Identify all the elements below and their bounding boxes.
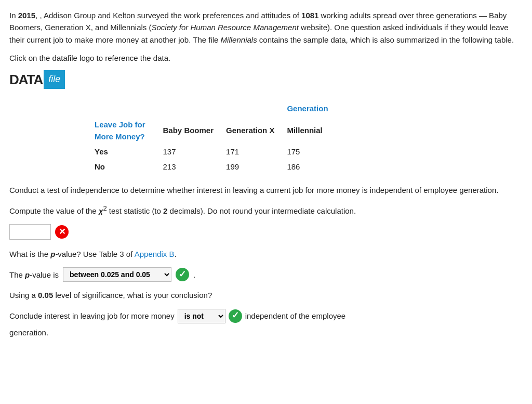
chi-sup: 2 [103, 204, 107, 212]
appendix-b-link[interactable]: Appendix B [135, 250, 175, 258]
chi-answer-input[interactable] [9, 224, 51, 240]
cell-no-baby-boomer: 213 [161, 159, 224, 174]
row-label-yes: Yes [92, 144, 161, 159]
col-header-millennial: Millennial [285, 117, 332, 145]
pvalue-question: What is the p-value? Use Table 3 of Appe… [9, 248, 518, 260]
col-header-generation-x: Generation X [224, 117, 285, 145]
intro-section: In 2015, , Addison Group and Kelton surv… [9, 9, 523, 46]
pvalue-label-pre: The p-value is [9, 269, 59, 281]
pvalue-period: . [193, 269, 195, 281]
pvalue-label-bold: p [25, 270, 30, 279]
conclude-pre-text: Conclude interest in leaving job for mor… [9, 310, 175, 322]
chi-input-row: ✕ [9, 224, 523, 240]
pvalue-select[interactable]: less than 0.005 between 0.005 and 0.01 b… [63, 267, 171, 282]
data-logo-file-text: file [44, 70, 65, 89]
cell-yes-generation-x: 171 [224, 144, 285, 159]
data-table-section: Generation Leave Job for More Money? Bab… [92, 102, 523, 174]
society-italic: Society for Human Resource Management [151, 23, 298, 32]
sample-size-bold: 1081 [301, 11, 318, 20]
summary-table: Leave Job for More Money? Baby Boomer Ge… [92, 117, 333, 175]
cell-no-generation-x: 199 [224, 159, 285, 174]
conclude-correct-icon: ✓ [229, 309, 242, 323]
conclude-last-line: generation. [9, 327, 523, 338]
cell-yes-millennial: 175 [285, 144, 332, 159]
chi-incorrect-icon: ✕ [55, 225, 69, 239]
pvalue-correct-icon: ✓ [176, 268, 189, 281]
cell-no-millennial: 186 [285, 159, 332, 174]
pvalue-select-row: The p-value is less than 0.005 between 0… [9, 267, 523, 282]
significance-level-bold: 0.05 [38, 291, 53, 299]
row-label-no: No [92, 159, 161, 174]
compute-text-end: decimals). Do not round your intermediat… [167, 206, 356, 215]
conclude-select[interactable]: is is not [178, 309, 225, 323]
conduct-text: Conduct a test of independence to determ… [9, 184, 518, 196]
compute-chi-line: Compute the value of the χ2 test statist… [9, 203, 518, 217]
compute-text-post: test statistic (to [107, 206, 163, 215]
pvalue-bold-label: p [50, 250, 55, 258]
significance-line: Using a 0.05 level of significance, what… [9, 289, 518, 301]
conclude-row: Conclude interest in leaving job for mor… [9, 309, 523, 323]
intro-paragraph-1: In 2015, , Addison Group and Kelton surv… [9, 9, 523, 46]
table-row-yes: Yes 137 171 175 [92, 144, 333, 159]
row-header-line1: Leave Job for [95, 119, 145, 131]
col-header-baby-boomer: Baby Boomer [161, 117, 224, 145]
data-file-logo[interactable]: DATAfile [9, 69, 65, 90]
click-line: Click on the datafile logo to reference … [9, 52, 523, 64]
data-logo-data-text: DATA [9, 69, 43, 90]
intro-text-mid: , Addison Group and Kelton surveyed the … [39, 11, 301, 20]
cell-yes-baby-boomer: 137 [161, 144, 224, 159]
year-bold: 2015 [18, 11, 35, 20]
compute-text-pre: Compute the value of the [9, 206, 99, 215]
conclude-post-text: independent of the employee [245, 310, 345, 322]
row-header-line2: More Money? [95, 131, 145, 142]
table-row-no: No 213 199 186 [92, 159, 333, 174]
generation-header: Generation [92, 102, 523, 114]
millennials-italic: Millennials [221, 35, 257, 44]
